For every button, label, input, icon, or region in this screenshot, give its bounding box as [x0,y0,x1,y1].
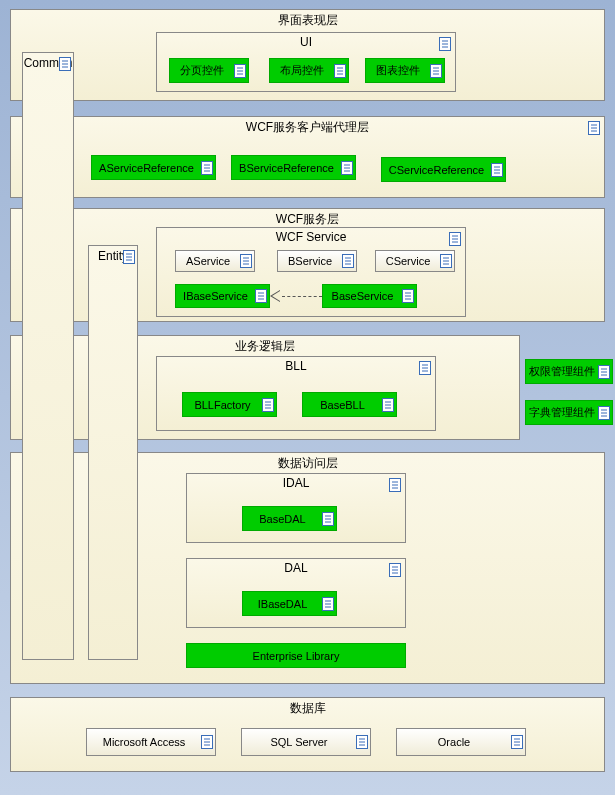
package-icon [382,398,394,412]
a-service-ref: AServiceReference [91,155,216,180]
package-icon [588,121,600,135]
dict-component: 字典管理组件 [525,400,613,425]
package-icon [598,406,610,420]
wcf-service-inner: WCF Service [157,230,465,244]
package-icon [322,597,334,611]
presentation-layer: 界面表现层 UI 分页控件 布局控件 图表控件 [10,9,605,101]
package-icon [491,163,503,177]
package-icon [234,64,246,78]
wcf-service-title: WCF服务层 [11,211,604,228]
realization-arrowhead [270,290,280,302]
entity-package: Entity [88,245,138,660]
package-icon [389,563,401,577]
bll-layer: 业务逻辑层 BLL BLLFactory BaseBLL [10,335,520,440]
package-icon [449,232,461,246]
idal-title: IDAL [187,476,405,490]
base-dal: BaseDAL [242,506,337,531]
package-icon [419,361,431,375]
package-icon [123,250,135,264]
base-service: BaseService [322,284,417,308]
idal-package: IDAL BaseDAL [186,473,406,543]
ibase-dal: IBaseDAL [242,591,337,616]
db-layer: 数据库 Microsoft Access SQL Server Oracle [10,697,605,772]
layout-control: 布局控件 [269,58,349,83]
ms-access: Microsoft Access [86,728,216,756]
dal-package: DAL IBaseDAL [186,558,406,628]
auth-component: 权限管理组件 [525,359,613,384]
package-icon [430,64,442,78]
bll-inner: BLL [157,359,435,373]
package-icon [334,64,346,78]
a-service: AService [175,250,255,272]
package-icon [598,365,610,379]
ui-package: UI 分页控件 布局控件 图表控件 [156,32,456,92]
package-icon [356,735,368,749]
package-icon [59,57,71,71]
dal-inner-title: DAL [187,561,405,575]
realization-connector [282,296,322,297]
package-icon [262,398,274,412]
package-icon [402,289,414,303]
ibase-service: IBaseService [175,284,270,308]
chart-control: 图表控件 [365,58,445,83]
common-package: Common [22,52,74,660]
db-title: 数据库 [11,700,604,717]
wcf-service-package: WCF Service AService BService CService I… [156,227,466,317]
package-icon [439,37,451,51]
package-icon [201,735,213,749]
package-icon [511,735,523,749]
oracle: Oracle [396,728,526,756]
package-icon [255,289,267,303]
b-service-ref: BServiceReference [231,155,356,180]
wcf-proxy-layer: WCF服务客户端代理层 AServiceReference BServiceRe… [10,116,605,198]
enterprise-library: Enterprise Library [186,643,406,668]
package-icon [240,254,252,268]
wcf-proxy-title: WCF服务客户端代理层 [11,119,604,136]
c-service-ref: CServiceReference [381,157,506,182]
b-service: BService [277,250,357,272]
bll-factory: BLLFactory [182,392,277,417]
pager-control: 分页控件 [169,58,249,83]
ui-title: UI [157,35,455,49]
sql-server: SQL Server [241,728,371,756]
c-service: CService [375,250,455,272]
package-icon [342,254,354,268]
base-bll: BaseBLL [302,392,397,417]
presentation-title: 界面表现层 [11,12,604,29]
package-icon [440,254,452,268]
package-icon [322,512,334,526]
package-icon [389,478,401,492]
package-icon [341,161,353,175]
package-icon [201,161,213,175]
bll-package: BLL BLLFactory BaseBLL [156,356,436,431]
